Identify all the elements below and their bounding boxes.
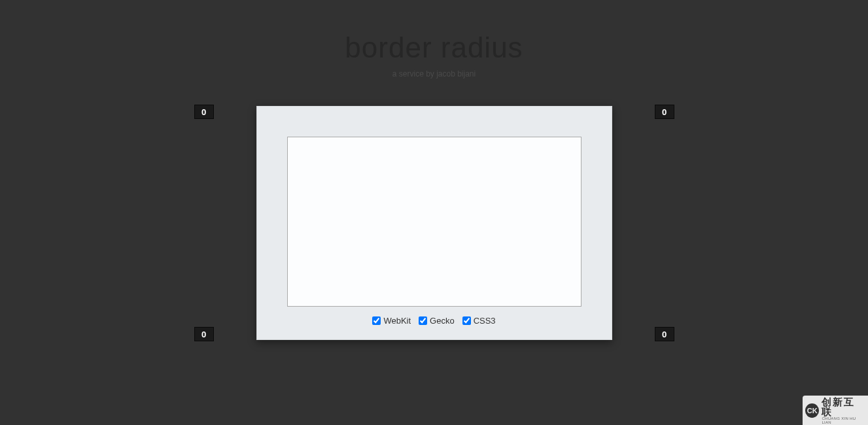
gecko-checkbox[interactable] bbox=[419, 316, 427, 325]
watermark-main-text: 创新互联 bbox=[822, 397, 865, 416]
watermark-icon: CK bbox=[805, 403, 819, 418]
corner-bottom-right-input[interactable] bbox=[655, 327, 674, 341]
checkbox-row: WebKit Gecko CSS3 bbox=[287, 316, 582, 326]
page-subtitle: a service by jacob bijani bbox=[0, 69, 868, 78]
page-title: border radius bbox=[0, 31, 868, 64]
webkit-checkbox[interactable] bbox=[372, 316, 381, 325]
gecko-checkbox-group: Gecko bbox=[419, 316, 455, 326]
css3-checkbox[interactable] bbox=[462, 316, 471, 325]
webkit-checkbox-group: WebKit bbox=[372, 316, 411, 326]
corner-bottom-left-input[interactable] bbox=[194, 327, 214, 341]
css3-label[interactable]: CSS3 bbox=[474, 316, 496, 326]
css3-checkbox-group: CSS3 bbox=[462, 316, 496, 326]
corner-top-left-input[interactable] bbox=[194, 105, 214, 119]
watermark-text-group: 创新互联 CHUANG XIN HU LIAN bbox=[822, 397, 865, 424]
preview-panel: WebKit Gecko CSS3 bbox=[256, 106, 612, 340]
main-container: WebKit Gecko CSS3 bbox=[225, 106, 644, 340]
border-radius-preview bbox=[287, 137, 582, 307]
watermark-sub-text: CHUANG XIN HU LIAN bbox=[822, 416, 865, 424]
watermark-badge: CK 创新互联 CHUANG XIN HU LIAN bbox=[803, 396, 868, 425]
corner-top-right-input[interactable] bbox=[655, 105, 674, 119]
webkit-label[interactable]: WebKit bbox=[383, 316, 411, 326]
gecko-label[interactable]: Gecko bbox=[430, 316, 455, 326]
